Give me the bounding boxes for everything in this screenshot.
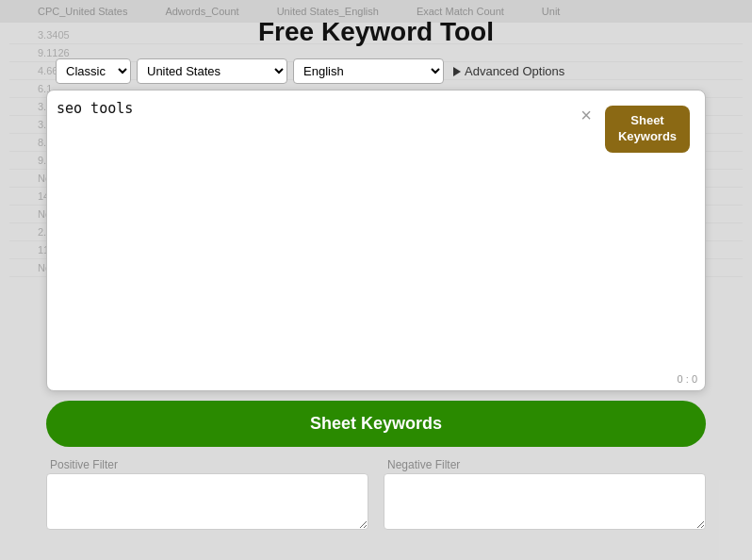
negative-filter-input[interactable] xyxy=(384,473,706,530)
advanced-options-label: Advanced Options xyxy=(465,64,564,78)
char-count: 0 : 0 xyxy=(678,373,697,385)
advanced-options-link[interactable]: Advanced Options xyxy=(453,64,564,78)
triangle-icon xyxy=(453,67,461,76)
country-select[interactable]: United States xyxy=(137,58,287,84)
language-select[interactable]: English xyxy=(293,58,444,84)
negative-filter-label: Negative Filter xyxy=(384,458,706,471)
classic-select[interactable]: Classic xyxy=(56,58,131,84)
sheet-keywords-main-button[interactable]: Sheet Keywords xyxy=(46,401,706,447)
toolbar: Classic United States English Advanced O… xyxy=(46,58,706,84)
clear-button[interactable]: × xyxy=(580,106,592,124)
search-textarea-wrapper: seo tools × Sheet Keywords xyxy=(57,100,695,364)
positive-filter-input[interactable] xyxy=(46,473,368,530)
search-input[interactable]: seo tools xyxy=(57,100,601,364)
main-panel: Free Keyword Tool Classic United States … xyxy=(46,9,706,530)
positive-filter-box: Positive Filter xyxy=(46,458,368,530)
filter-row: Positive Filter Negative Filter xyxy=(46,458,706,530)
sheet-keywords-top-button[interactable]: Sheet Keywords xyxy=(605,106,690,153)
negative-filter-box: Negative Filter xyxy=(384,458,706,530)
search-box-container: seo tools × Sheet Keywords 0 : 0 xyxy=(46,90,706,391)
positive-filter-label: Positive Filter xyxy=(46,458,368,471)
page-title: Free Keyword Tool xyxy=(46,9,706,47)
